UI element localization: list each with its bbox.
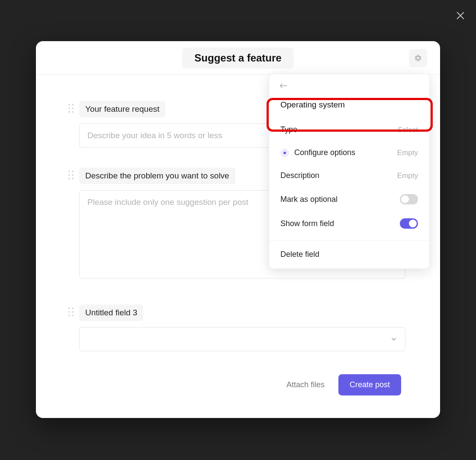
configure-options-label: Configure options xyxy=(294,148,355,157)
gear-icon xyxy=(414,54,422,62)
field-name-label: Operating system xyxy=(280,100,345,109)
svg-point-9 xyxy=(72,171,74,172)
drag-handle-icon[interactable] xyxy=(68,104,74,113)
svg-point-8 xyxy=(68,171,70,172)
svg-point-11 xyxy=(72,174,74,176)
drag-handle-icon[interactable] xyxy=(68,307,74,317)
close-icon[interactable] xyxy=(453,9,467,23)
suggest-feature-modal: Suggest a feature Your feature request xyxy=(36,41,440,418)
svg-point-19 xyxy=(72,314,74,316)
modal-header: Suggest a feature xyxy=(36,41,440,75)
type-label: Type xyxy=(280,125,297,134)
delete-field-button[interactable]: Delete field xyxy=(269,240,429,269)
radio-icon xyxy=(280,149,289,157)
field-label[interactable]: Untitled field 3 xyxy=(79,305,143,321)
configure-options-state: Empty xyxy=(397,149,418,157)
svg-point-10 xyxy=(68,174,70,176)
arrow-left-icon xyxy=(280,83,287,89)
show-field-row: Show form field xyxy=(269,211,429,236)
mark-optional-row: Mark as optional xyxy=(269,187,429,211)
mark-optional-label: Mark as optional xyxy=(280,195,338,204)
create-post-button[interactable]: Create post xyxy=(338,374,401,395)
modal-footer: Attach files Create post xyxy=(286,374,401,395)
description-row[interactable]: Description Empty xyxy=(269,164,429,187)
svg-point-16 xyxy=(68,311,70,313)
field-label[interactable]: Describe the problem you want to solve xyxy=(79,168,235,184)
svg-point-15 xyxy=(72,308,74,309)
show-field-label: Show form field xyxy=(280,219,334,228)
svg-point-14 xyxy=(68,308,70,309)
svg-point-5 xyxy=(72,107,74,109)
svg-point-12 xyxy=(68,178,70,179)
svg-point-18 xyxy=(68,314,70,316)
form-field-untitled-3: Untitled field 3 xyxy=(68,305,401,351)
form-title[interactable]: Suggest a feature xyxy=(182,48,293,68)
configure-options-row[interactable]: Configure options Empty xyxy=(269,141,429,164)
description-state: Empty xyxy=(397,172,418,180)
field-label[interactable]: Your feature request xyxy=(79,101,165,117)
drag-handle-icon[interactable] xyxy=(68,170,74,180)
svg-point-3 xyxy=(72,104,74,106)
svg-point-17 xyxy=(72,311,74,313)
popover-back-button[interactable] xyxy=(269,74,429,94)
show-field-toggle[interactable] xyxy=(400,218,418,229)
svg-point-7 xyxy=(72,111,74,113)
chevron-down-icon xyxy=(390,336,397,343)
svg-point-4 xyxy=(68,107,70,109)
field-config-popover: Operating system Type Select Configure o… xyxy=(269,74,430,269)
field-name-row[interactable]: Operating system xyxy=(269,94,429,118)
description-label: Description xyxy=(280,171,319,180)
mark-optional-toggle[interactable] xyxy=(400,194,418,204)
type-row[interactable]: Type Select xyxy=(269,118,429,141)
svg-point-13 xyxy=(72,178,74,179)
svg-point-2 xyxy=(68,104,70,106)
svg-point-6 xyxy=(68,111,70,113)
type-value: Select xyxy=(398,126,418,134)
untitled-select-input[interactable] xyxy=(79,327,405,351)
form-settings-button[interactable] xyxy=(409,49,427,67)
attach-files-link[interactable]: Attach files xyxy=(286,380,325,389)
